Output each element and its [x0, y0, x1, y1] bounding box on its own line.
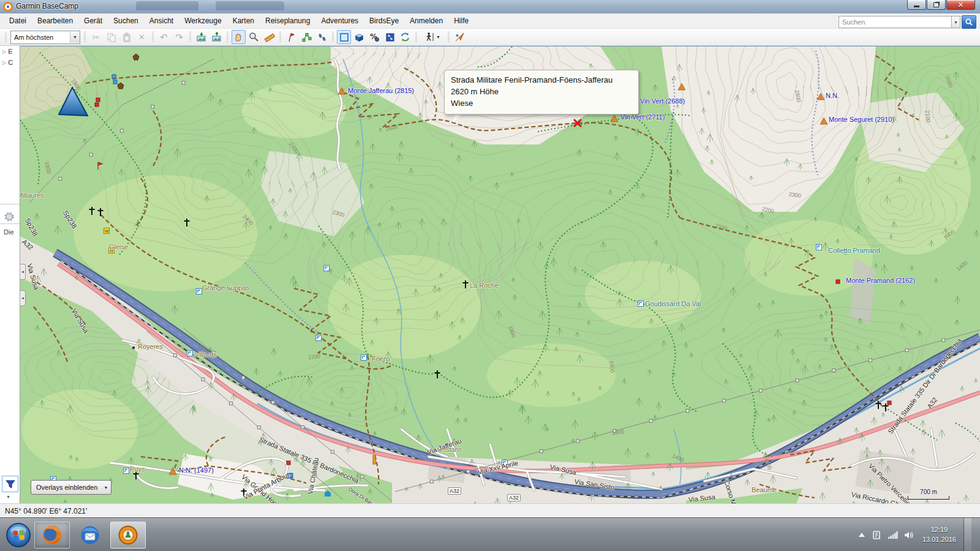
show-hidden-icons[interactable]: [858, 532, 865, 538]
search-dropdown[interactable]: ▼: [951, 16, 960, 28]
map-label: Monte Seguret (2910): [829, 116, 894, 123]
app-icon: [3, 2, 13, 14]
map-label: La Roche: [470, 282, 499, 289]
overlays-dropdown[interactable]: Overlays einblenden ▼: [31, 480, 111, 495]
background-window-tab: [216, 1, 284, 10]
taskbar-clock[interactable]: 12:19 13.01.2016: [922, 525, 956, 544]
new-track-button[interactable]: [315, 30, 329, 44]
map-marker-gc: [638, 301, 644, 307]
copy-button[interactable]: [104, 30, 118, 44]
menu-item[interactable]: Werkzeuge: [179, 14, 227, 28]
copy-icon: [107, 32, 116, 42]
paste-button[interactable]: [119, 30, 134, 44]
taskbar-basecamp-button[interactable]: [110, 522, 146, 549]
taskbar: 12:19 13.01.2016: [0, 517, 980, 551]
redo-button[interactable]: ↷: [172, 30, 186, 44]
dart-icon: [454, 32, 465, 42]
route-icon: [302, 32, 312, 42]
sidebar-panel-label: Die: [4, 228, 14, 236]
cut-button[interactable]: ✂: [89, 30, 103, 44]
filter-button[interactable]: [2, 476, 18, 492]
map-label: 1300: [611, 429, 624, 436]
tooltip-elevation: 2620 m Höhe: [451, 86, 632, 98]
action-center-icon[interactable]: [872, 530, 881, 540]
map-marker-flag: [98, 162, 102, 170]
thunderbird-icon: [80, 525, 100, 545]
map-label: Vin Vert (2711): [620, 113, 665, 121]
taskbar-thunderbird-button[interactable]: [72, 522, 108, 549]
map-label: A32: [507, 494, 521, 501]
search-box: Suchen ▼: [839, 15, 976, 29]
show-desktop-button[interactable]: [963, 518, 971, 551]
map-marker-yell: W: [105, 229, 109, 233]
desktop: Garmin BaseCamp ✕ DateiBearbeitenGerätSu…: [0, 0, 980, 551]
toolbar-grip: [152, 32, 154, 43]
restore-button[interactable]: [927, 0, 946, 10]
redo-icon: ↷: [175, 32, 183, 42]
map-marker-redsq: [95, 103, 99, 107]
menu-item[interactable]: Bearbeiten: [32, 14, 78, 28]
undo-button[interactable]: ↶: [157, 30, 171, 44]
close-button[interactable]: ✕: [946, 0, 975, 10]
map-marker-gc: [124, 468, 129, 474]
sidebar-tree-item[interactable]: ▷E: [0, 46, 20, 57]
send-to-device-button[interactable]: [209, 30, 224, 44]
refresh-view-button[interactable]: [398, 30, 412, 44]
map-label: Grange Suppas: [202, 284, 249, 291]
search-input[interactable]: Suchen: [839, 16, 951, 28]
menu-item[interactable]: Datei: [4, 14, 32, 28]
start-button[interactable]: [4, 520, 33, 550]
menu-item[interactable]: Reiseplanung: [260, 14, 315, 28]
minimize-button[interactable]: [907, 0, 926, 10]
volume-icon[interactable]: [904, 531, 914, 539]
map-marker-gc: [816, 245, 822, 250]
receive-from-device-button[interactable]: [194, 30, 208, 44]
menu-item[interactable]: Ansicht: [144, 14, 179, 28]
new-route-button[interactable]: [300, 30, 314, 44]
taskbar-firefox-button[interactable]: [34, 522, 70, 549]
go-to-button[interactable]: [453, 30, 467, 44]
network-icon[interactable]: [888, 531, 898, 539]
undo-icon: ↶: [160, 32, 168, 42]
panel-collapse-handle[interactable]: ◄: [20, 290, 26, 306]
menu-item[interactable]: Adventures: [315, 14, 364, 28]
menu-item[interactable]: Karten: [227, 14, 260, 28]
menu-item[interactable]: Suchen: [108, 14, 144, 28]
toolbar-grip: [332, 32, 334, 43]
expand-arrow-icon[interactable]: ▷: [2, 49, 6, 54]
selection-frame-button[interactable]: [337, 30, 351, 44]
menu-item[interactable]: Hilfe: [448, 14, 474, 28]
map-canvas[interactable]: HWP Monte Jafferau (2815)Vin Vert (2688)…: [20, 46, 980, 504]
menu-item[interactable]: Anmelden: [404, 14, 448, 28]
chevron-down-icon: ▼: [101, 485, 111, 490]
sidebar-tree-item[interactable]: ▷C: [0, 57, 20, 68]
sync-arrows-icon: [400, 32, 410, 42]
activity-profile-combobox[interactable]: Am höchsten ▼: [10, 31, 80, 44]
map-receive-icon: [196, 32, 206, 42]
map-marker-gc: [316, 335, 322, 341]
toolbar-grip: [189, 32, 191, 43]
toolbar-grip: [84, 32, 86, 43]
menu-item[interactable]: BirdsEye: [364, 14, 404, 28]
map-marker-gc: [361, 355, 367, 361]
search-button[interactable]: [962, 15, 976, 29]
map-label: Goudissard Da Val: [645, 300, 701, 307]
new-waypoint-button[interactable]: [284, 30, 298, 44]
basecamp-icon: [118, 525, 138, 545]
map-label: A32: [448, 487, 461, 495]
activity-type-dropdown[interactable]: ▼: [420, 30, 445, 44]
menu-item[interactable]: Gerät: [78, 14, 108, 28]
zoom-percent-button[interactable]: %: [368, 30, 382, 44]
window-title: Garmin BaseCamp: [16, 2, 78, 10]
view-3d-button[interactable]: [352, 30, 366, 44]
delete-button[interactable]: ✕: [135, 30, 149, 44]
map-marker-redsq: [836, 280, 840, 283]
measure-tool-button[interactable]: [262, 30, 276, 44]
panel-collapse-handle[interactable]: ◄: [20, 264, 26, 280]
scroll-down-icon[interactable]: ▼: [6, 495, 10, 499]
zoom-tool-button[interactable]: [247, 30, 261, 44]
pan-tool-button[interactable]: [232, 30, 246, 44]
expand-arrow-icon[interactable]: ▷: [2, 60, 6, 66]
fullscreen-button[interactable]: [383, 30, 397, 44]
paste-icon: [122, 32, 132, 42]
